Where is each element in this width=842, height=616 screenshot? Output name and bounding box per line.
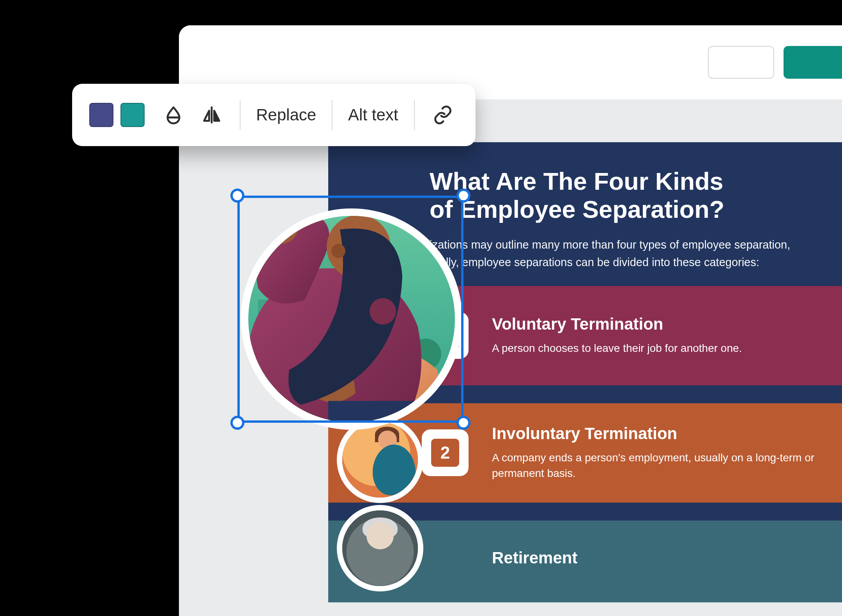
toolbar-divider-2: [332, 100, 333, 130]
flip-icon[interactable]: [196, 99, 227, 131]
topbar-secondary-button[interactable]: [708, 46, 774, 79]
opacity-icon[interactable]: [158, 99, 189, 131]
svg-point-11: [331, 244, 345, 258]
toolbar-divider-1: [240, 100, 241, 130]
selected-illustration[interactable]: [223, 183, 480, 440]
row-1-desc: A person chooses to leave their job for …: [492, 341, 742, 357]
infographic-title[interactable]: What Are The Four Kinds of Employee Sepa…: [430, 167, 808, 224]
toolbar-divider-3: [414, 100, 415, 130]
svg-marker-16: [214, 111, 219, 121]
row-1-title: Voluntary Termination: [492, 315, 742, 334]
subtitle-line-1: izations may outline many more than four…: [430, 238, 790, 251]
row-3-illustration[interactable]: [337, 505, 423, 591]
alt-text-button[interactable]: Alt text: [345, 106, 401, 124]
row-2-number: 2: [431, 439, 459, 467]
svg-marker-15: [204, 111, 209, 121]
topbar-primary-button[interactable]: [784, 46, 842, 79]
svg-rect-9: [328, 401, 414, 440]
color-swatch-2[interactable]: [120, 103, 145, 127]
row-2-title: Involuntary Termination: [492, 424, 842, 443]
context-toolbar[interactable]: Replace Alt text: [72, 84, 476, 146]
svg-point-12: [370, 298, 396, 325]
row-3-title: Retirement: [492, 549, 577, 567]
infographic-row-3[interactable]: Retirement: [328, 521, 842, 602]
link-icon[interactable]: [427, 99, 458, 131]
replace-button[interactable]: Replace: [253, 106, 319, 124]
row-2-desc: A company ends a person's employment, us…: [492, 450, 842, 482]
infographic-subtitle[interactable]: izations may outline many more than four…: [430, 236, 808, 271]
color-swatch-1[interactable]: [89, 103, 113, 127]
